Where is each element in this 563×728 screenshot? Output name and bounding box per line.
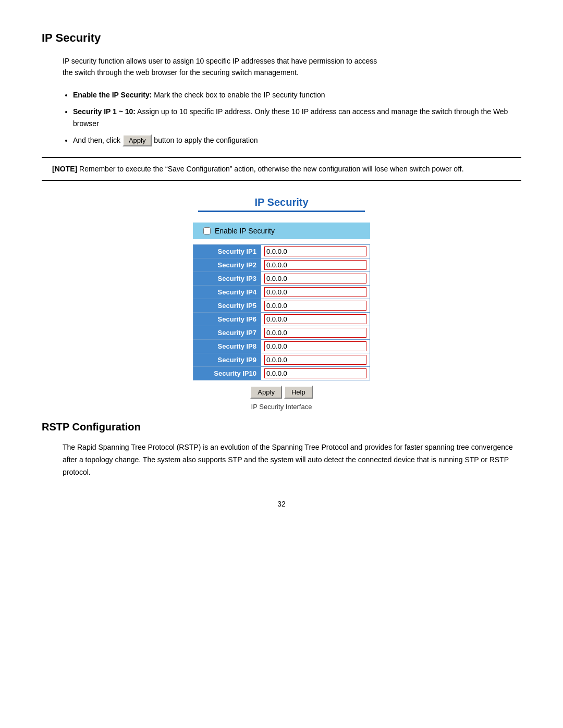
- security-ip-label-6: Security IP6: [193, 313, 261, 326]
- security-ip-input-8[interactable]: [264, 341, 366, 351]
- table-row: Security IP1: [193, 245, 370, 258]
- apply-inline-button[interactable]: Apply: [123, 134, 152, 146]
- table-row: Security IP4: [193, 286, 370, 299]
- table-row: Security IP9: [193, 353, 370, 367]
- security-ip-input-1[interactable]: [264, 246, 366, 256]
- security-ip-input-9[interactable]: [264, 355, 366, 365]
- panel-title: IP Security: [198, 196, 365, 212]
- table-row: Security IP8: [193, 340, 370, 353]
- security-ip-value-3: [261, 272, 370, 286]
- table-row: Security IP6: [193, 313, 370, 326]
- enable-ip-security-row: Enable IP Security: [193, 223, 370, 239]
- security-ip-label-3: Security IP3: [193, 272, 261, 286]
- page-title: IP Security: [42, 31, 521, 45]
- security-ip-input-4[interactable]: [264, 287, 366, 297]
- security-ip-value-2: [261, 258, 370, 272]
- security-ip-label-2: Security IP2: [193, 258, 261, 272]
- security-ip-value-4: [261, 286, 370, 299]
- apply-button[interactable]: Apply: [250, 386, 282, 399]
- security-ip-label-8: Security IP8: [193, 340, 261, 353]
- panel-buttons: Apply Help: [250, 386, 312, 399]
- bullet-item-3: And then, click Apply button to apply th…: [73, 134, 521, 146]
- security-ip-value-10: [261, 367, 370, 380]
- security-ip-value-1: [261, 245, 370, 258]
- security-ip-label-7: Security IP7: [193, 326, 261, 340]
- page-number: 32: [42, 500, 521, 508]
- rstp-title: RSTP Configuration: [42, 421, 521, 433]
- enable-ip-security-label: Enable IP Security: [215, 227, 275, 235]
- bullet-list: Enable the IP Security: Mark the check b…: [73, 89, 521, 146]
- bullet-item-1: Enable the IP Security: Mark the check b…: [73, 89, 521, 101]
- ip-security-panel: IP Security Enable IP Security Security …: [42, 196, 521, 411]
- table-row: Security IP3: [193, 272, 370, 286]
- note-box: [NOTE] Remember to execute the “Save Con…: [42, 157, 521, 181]
- security-ip-input-6[interactable]: [264, 314, 366, 324]
- security-ip-input-5[interactable]: [264, 301, 366, 311]
- bullet-item-2: Security IP 1 ~ 10: Assign up to 10 spec…: [73, 106, 521, 129]
- table-row: Security IP7: [193, 326, 370, 340]
- section-description: IP security function allows user to assi…: [63, 55, 521, 79]
- security-ip-input-3[interactable]: [264, 274, 366, 283]
- security-ip-label-10: Security IP10: [193, 367, 261, 380]
- security-ip-label-9: Security IP9: [193, 353, 261, 367]
- table-row: Security IP10: [193, 367, 370, 380]
- security-ip-label-1: Security IP1: [193, 245, 261, 258]
- security-ip-value-9: [261, 353, 370, 367]
- interface-caption: IP Security Interface: [251, 403, 312, 411]
- help-button[interactable]: Help: [284, 386, 313, 399]
- security-ip-input-7[interactable]: [264, 328, 366, 338]
- security-ip-value-7: [261, 326, 370, 340]
- table-row: Security IP5: [193, 299, 370, 313]
- security-ip-value-5: [261, 299, 370, 313]
- rstp-description: The Rapid Spanning Tree Protocol (RSTP) …: [63, 441, 521, 478]
- ip-table: Security IP1Security IP2Security IP3Secu…: [193, 244, 370, 380]
- security-ip-value-6: [261, 313, 370, 326]
- security-ip-value-8: [261, 340, 370, 353]
- security-ip-label-4: Security IP4: [193, 286, 261, 299]
- table-row: Security IP2: [193, 258, 370, 272]
- security-ip-input-10[interactable]: [264, 368, 366, 378]
- security-ip-label-5: Security IP5: [193, 299, 261, 313]
- security-ip-input-2[interactable]: [264, 260, 366, 270]
- enable-ip-security-checkbox[interactable]: [203, 227, 211, 235]
